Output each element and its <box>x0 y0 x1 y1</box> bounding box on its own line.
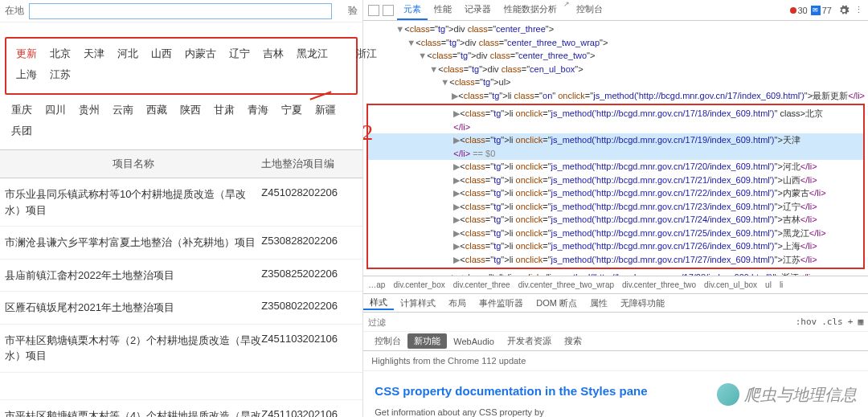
drawer-tab[interactable]: WebAudio <box>447 337 501 346</box>
crumb-item[interactable]: div.center_three_two <box>622 280 696 289</box>
region-tab[interactable]: 天津 <box>77 43 111 64</box>
dom-tree[interactable]: 2 ▼<class="tg">div class="center_three">… <box>363 21 868 276</box>
region-tab[interactable]: 重庆 <box>5 100 39 121</box>
verify-label: 验 <box>348 4 358 18</box>
region-tab[interactable]: 贵州 <box>72 100 106 121</box>
region-tabs-box: 更新北京天津河北山西内蒙古辽宁吉林黑龙江上海江苏 浙江 <box>5 37 358 95</box>
devtools: 元素性能记录器性能数据分析↗控制台 30 ✉77 ⋮ 2 ▼<class="tg… <box>363 0 868 417</box>
region-tab[interactable]: 宁夏 <box>275 100 309 121</box>
crumb-item[interactable]: li <box>780 280 783 289</box>
region-tab[interactable]: 西藏 <box>140 100 174 121</box>
table-row[interactable]: 市澜沧县谦六乡平掌村富夏土地整治（补充耕地）项目Z530828202206 <box>0 227 362 260</box>
filter-row: :hov .cls + ▦ <box>363 313 868 332</box>
crumb-item[interactable]: div.cen_ul_box <box>704 280 757 289</box>
region-tab[interactable]: 新疆 <box>309 100 342 121</box>
inspect-icon[interactable] <box>368 5 379 16</box>
crumb-item[interactable]: div.center_box <box>393 280 444 289</box>
table-row[interactable]: 市平桂区鹅塘镇栗木村等（4）个村耕地提质改造（旱改水）项目割一)Z4511032… <box>0 400 362 418</box>
update-banner: Highlights from the Chrome 112 update <box>363 351 868 371</box>
table-row[interactable]: 市平桂区鹅塘镇栗木村等（2）个村耕地提质改造（旱改水）项目Z4511032021… <box>0 325 362 373</box>
drawer-tab[interactable]: 新功能 <box>407 333 447 349</box>
console-tabs: 控制台新功能WebAudio开发者资源搜索 <box>363 332 868 351</box>
region-tab[interactable]: 更新 <box>10 43 43 64</box>
error-badge[interactable]: 30 <box>790 6 808 15</box>
styles-tab[interactable]: 布局 <box>442 297 473 309</box>
drawer-tab[interactable]: 搜索 <box>558 335 588 347</box>
col-name: 项目名称 <box>5 157 261 171</box>
styles-tab[interactable]: 无障碍功能 <box>614 297 671 309</box>
styles-tab[interactable]: 事件监听器 <box>473 297 530 309</box>
region-tab[interactable]: 青海 <box>241 100 275 121</box>
region-tab[interactable]: 内蒙古 <box>178 43 223 64</box>
table-row[interactable] <box>0 373 362 400</box>
region-tab[interactable]: 江苏 <box>43 64 77 85</box>
region-tab[interactable]: 黑龙江 <box>290 43 334 64</box>
page-left: 在地 验 更新北京天津河北山西内蒙古辽宁吉林黑龙江上海江苏 浙江 重庆四川贵州云… <box>0 0 363 417</box>
table-header: 项目名称 土地整治项目编 <box>0 149 362 178</box>
region-tab[interactable]: 河北 <box>111 43 145 64</box>
watermark: 爬虫与地理信息 <box>717 383 857 406</box>
region-tab[interactable]: 辽宁 <box>223 43 256 64</box>
top-input[interactable] <box>29 3 332 19</box>
add-rule-icon[interactable]: + <box>848 317 854 327</box>
devtools-tab[interactable]: 性能数据分析 <box>497 0 563 20</box>
styles-tab[interactable]: 属性 <box>583 297 614 309</box>
hov-toggle[interactable]: :hov <box>796 317 817 327</box>
region-tab[interactable]: 甘肃 <box>207 100 241 121</box>
annotation-2: 2 <box>363 116 373 149</box>
filter-input[interactable] <box>368 317 790 327</box>
styles-tab[interactable]: 计算样式 <box>394 297 442 309</box>
crumb-item[interactable]: …ap <box>368 280 385 289</box>
region-tab[interactable]: 吉林 <box>256 43 290 64</box>
region-tab[interactable]: 北京 <box>43 43 77 64</box>
top-row: 在地 验 <box>0 0 362 22</box>
watermark-text: 爬虫与地理信息 <box>744 384 857 406</box>
region-tab[interactable]: 陕西 <box>174 100 207 121</box>
crumb-item[interactable]: div.center_three <box>453 280 510 289</box>
message-badge[interactable]: ✉77 <box>811 6 832 15</box>
drawer-tab[interactable]: 开发者资源 <box>501 335 558 347</box>
styles-tab[interactable]: 样式 <box>363 296 394 310</box>
devtools-tab[interactable]: 记录器 <box>458 0 497 20</box>
table-row[interactable]: 区雁石镇坂尾村2021年土地整治项目Z350802202206 <box>0 292 362 325</box>
table-row[interactable]: 市乐业县同乐镇武称村等10个村耕地提质改造（旱改水）项目Z45102820220… <box>0 178 362 227</box>
watermark-icon <box>717 383 739 406</box>
styles-tab[interactable]: DOM 断点 <box>530 297 583 309</box>
region-tab[interactable]: 四川 <box>39 100 72 121</box>
devtools-tab[interactable]: 元素 <box>397 0 428 20</box>
region-tab[interactable]: 上海 <box>10 64 43 85</box>
crumb-item[interactable]: ul <box>765 280 772 289</box>
gear-icon[interactable] <box>838 5 850 16</box>
drawer-tab[interactable]: 控制台 <box>368 335 407 347</box>
table-row[interactable]: 县庙前镇江畲村2022年土地整治项目Z350825202206 <box>0 260 362 292</box>
more-styles-icon[interactable]: ▦ <box>858 317 863 327</box>
more-icon[interactable]: ⋮ <box>854 5 863 15</box>
region-tab[interactable]: 云南 <box>106 100 140 121</box>
region-tab[interactable]: 山西 <box>145 43 178 64</box>
device-icon[interactable] <box>383 5 394 16</box>
devtools-tab[interactable]: 控制台 <box>570 0 609 20</box>
breadcrumb[interactable]: …apdiv.center_boxdiv.center_threediv.cen… <box>363 276 868 293</box>
crumb-item[interactable]: div.center_three_two_wrap <box>518 280 614 289</box>
doc-text: Get information about any CSS property b… <box>375 407 857 417</box>
devtools-tab[interactable]: 性能 <box>428 0 458 20</box>
region-tabs-row2: 重庆四川贵州云南西藏陕西甘肃青海宁夏新疆兵团 <box>0 96 362 149</box>
devtools-toolbar: 元素性能记录器性能数据分析↗控制台 30 ✉77 ⋮ <box>363 0 868 21</box>
region-tab[interactable]: 兵团 <box>5 121 39 141</box>
styles-tabs: 样式计算样式布局事件监听器DOM 断点属性无障碍功能 <box>363 293 868 313</box>
top-label: 在地 <box>5 4 24 18</box>
col-code: 土地整治项目编 <box>261 157 358 171</box>
cls-toggle[interactable]: .cls <box>821 317 843 327</box>
